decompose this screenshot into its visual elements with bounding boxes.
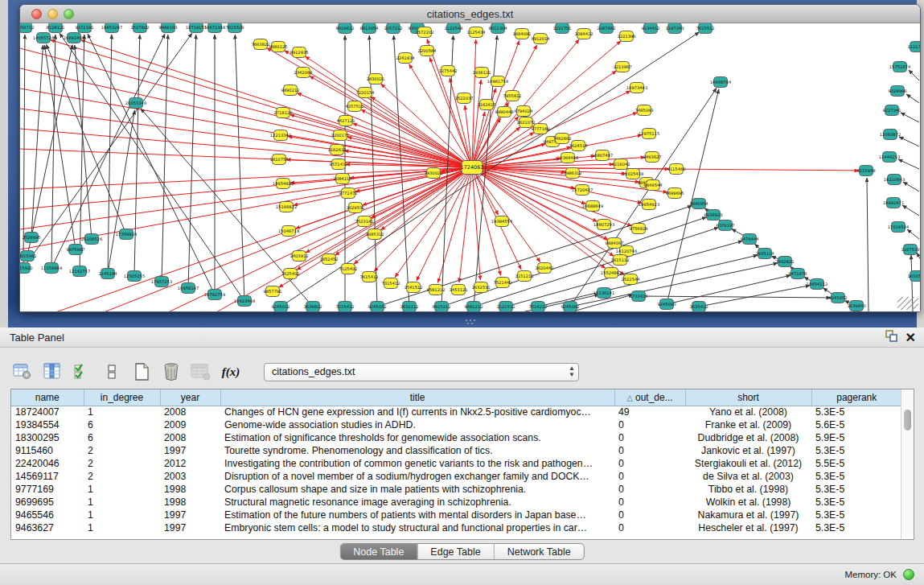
table-cell[interactable]: 2009	[160, 418, 220, 431]
table-row[interactable]: 1938455462009Genome-wide association stu…	[11, 418, 901, 431]
rows-icon[interactable]	[101, 360, 123, 383]
table-cell[interactable]: Embryonic stem cells: a model to study s…	[220, 521, 614, 534]
vertical-scrollbar[interactable]	[901, 389, 914, 539]
table-cell[interactable]: 1997	[160, 444, 220, 457]
table-cell[interactable]: 5.3E-5	[811, 470, 901, 483]
table-cell[interactable]: de Silva et al. (2003)	[685, 470, 811, 483]
table-cell[interactable]: 0	[614, 509, 685, 521]
column-header[interactable]: year	[160, 389, 220, 406]
column-header[interactable]: △out_de...	[614, 389, 685, 406]
attribute-table[interactable]: namein_degreeyeartitle△out_de...shortpag…	[10, 389, 914, 540]
table-cell[interactable]: Franke et al. (2009)	[685, 418, 811, 431]
table-row[interactable]: 977716911998Corpus callosum shape and si…	[11, 483, 901, 496]
table-cell[interactable]: Estimation of significance thresholds fo…	[220, 431, 614, 444]
table-cell[interactable]: 1	[84, 496, 160, 509]
table-cell[interactable]: Structural magnetic resonance image aver…	[220, 496, 614, 509]
table-cell[interactable]: 5.9E-5	[811, 431, 901, 444]
table-cell[interactable]: 9699695	[11, 496, 84, 509]
table-cell[interactable]: 0	[614, 470, 685, 483]
table-cell[interactable]: 5.6E-5	[811, 418, 901, 431]
table-row[interactable]: 2242004622012Investigating the contribut…	[11, 457, 901, 470]
network-canvas[interactable]: 2056712812812192721911065328715276029466…	[20, 23, 920, 311]
table-cell[interactable]: 1	[84, 509, 160, 521]
table-cell[interactable]: 6	[84, 431, 160, 444]
table-cell[interactable]: 1	[84, 406, 160, 418]
table-cell[interactable]: 2003	[160, 470, 220, 483]
table-cell[interactable]: 9465546	[11, 509, 84, 521]
table-cell[interactable]: 0	[614, 431, 685, 444]
table-cell[interactable]: 1998	[160, 496, 220, 509]
table-cell[interactable]: Genome-wide association studies in ADHD.	[220, 418, 614, 431]
tab-network-table[interactable]: Network Table	[495, 544, 584, 559]
table-cell[interactable]: 14569117	[11, 470, 84, 483]
table-cell[interactable]: 2008	[160, 431, 220, 444]
new-table-icon[interactable]	[130, 360, 153, 383]
table-cell[interactable]: 0	[614, 444, 685, 457]
column-header[interactable]: in_degree	[84, 389, 160, 406]
table-cell[interactable]: 9115460	[11, 444, 84, 457]
table-cell[interactable]: Nakamura et al. (1997)	[685, 509, 811, 521]
table-cell[interactable]: 5.3E-5	[811, 521, 901, 534]
column-header[interactable]: title	[220, 389, 614, 406]
table-body[interactable]: 1872400712008Changes of HCN gene express…	[11, 406, 901, 534]
table-cell[interactable]: Changes of HCN gene expression and I(f) …	[220, 406, 614, 418]
table-cell[interactable]: 2	[84, 444, 160, 457]
table-cell[interactable]: Disruption of a novel member of a sodium…	[220, 470, 614, 483]
table-cell[interactable]: Jankovic et al. (1997)	[685, 444, 811, 457]
table-cell[interactable]: 2008	[160, 406, 220, 418]
table-cell[interactable]: Corpus callosum shape and size in male p…	[220, 483, 614, 496]
tab-edge-table[interactable]: Edge Table	[417, 544, 494, 559]
table-cell[interactable]: 0	[614, 521, 685, 534]
delete-table-icon[interactable]	[160, 360, 183, 383]
table-header-row[interactable]: namein_degreeyeartitle△out_de...shortpag…	[11, 389, 901, 406]
table-row[interactable]: 1872400712008Changes of HCN gene express…	[11, 406, 901, 418]
table-cell[interactable]: Hescheler et al. (1997)	[685, 521, 811, 534]
float-window-icon[interactable]	[885, 330, 897, 345]
table-cell[interactable]: Tibbo et al. (1998)	[685, 483, 811, 496]
table-row[interactable]: 911546021997Tourette syndrome. Phenomeno…	[11, 444, 901, 457]
window-resize-grip[interactable]	[897, 297, 918, 310]
table-row[interactable]: 1456911722003Disruption of a novel membe…	[11, 470, 901, 483]
window-titlebar[interactable]: citations_edges.txt	[20, 5, 920, 23]
table-cell[interactable]: 2	[84, 470, 160, 483]
column-header[interactable]: short	[685, 389, 811, 406]
table-cell[interactable]: 1	[84, 483, 160, 496]
table-cell[interactable]: 1997	[160, 521, 220, 534]
select-columns-icon[interactable]	[41, 360, 64, 383]
function-builder-icon[interactable]: f(x)	[220, 360, 242, 383]
close-icon[interactable]: ✕	[906, 331, 916, 345]
table-cell[interactable]: 6	[84, 418, 160, 431]
attribute-table-grid[interactable]: namein_degreeyeartitle△out_de...shortpag…	[11, 389, 901, 534]
table-cell[interactable]: 5.3E-5	[811, 444, 901, 457]
table-cell[interactable]: 49	[614, 406, 685, 418]
network-view-window[interactable]: citations_edges.txt 20567128128121927219…	[19, 4, 921, 312]
table-row[interactable]: 969969511998Structural magnetic resonanc…	[11, 496, 901, 509]
table-cell[interactable]: 0	[614, 496, 685, 509]
table-cell[interactable]: 1	[84, 521, 160, 534]
table-cell[interactable]: 9777169	[11, 483, 84, 496]
scrollbar-thumb[interactable]	[904, 410, 911, 431]
table-cell[interactable]: Investigating the contribution of common…	[220, 457, 614, 470]
table-cell[interactable]: 0	[614, 418, 685, 431]
table-cell[interactable]: 5.3E-5	[811, 406, 901, 418]
network-table-select[interactable]: citations_edges.txt ▲▼	[264, 363, 579, 381]
table-cell[interactable]: 18300295	[11, 431, 84, 444]
table-cell[interactable]: 5.3E-5	[811, 496, 901, 509]
table-cell[interactable]: 18724007	[11, 406, 84, 418]
table-cell[interactable]: 2	[84, 457, 160, 470]
table-row[interactable]: 946362711997Embryonic stem cells: a mode…	[11, 521, 901, 534]
table-cell[interactable]: 19384554	[11, 418, 84, 431]
table-cell[interactable]: 5.5E-5	[811, 457, 901, 470]
table-cell[interactable]: 22420046	[11, 457, 84, 470]
table-cell[interactable]: Yano et al. (2008)	[685, 406, 811, 418]
table-cell[interactable]: Wolkin et al. (1998)	[685, 496, 811, 509]
table-row[interactable]: 946554611997Estimation of the future num…	[11, 509, 901, 521]
table-cell[interactable]: Dudbridge et al. (2008)	[685, 431, 811, 444]
table-cell[interactable]: 0	[614, 483, 685, 496]
table-cell[interactable]: 1998	[160, 483, 220, 496]
splitter-handle[interactable]	[464, 319, 477, 325]
table-settings-icon[interactable]	[11, 360, 34, 383]
column-header[interactable]: name	[11, 389, 84, 406]
tab-node-table[interactable]: Node Table	[340, 544, 417, 559]
table-cell[interactable]: 0	[614, 457, 685, 470]
